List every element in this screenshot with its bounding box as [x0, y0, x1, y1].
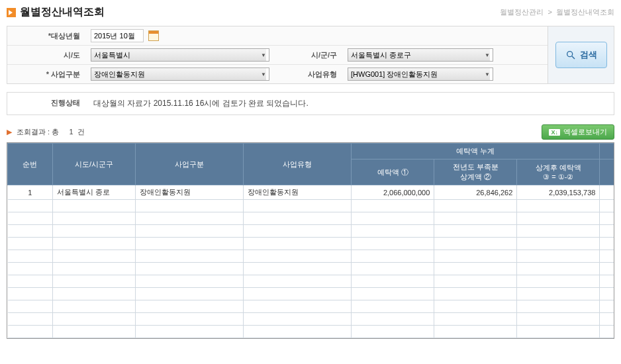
svg-line-1: [572, 56, 575, 59]
table-row-empty: [8, 275, 614, 288]
result-count: ▶ 조회결과 : 총 1 건: [7, 127, 85, 137]
col-pay1: 전월까지 지급액 누계④: [600, 159, 614, 185]
col-pay-group: 지 급 액: [600, 144, 614, 159]
table-row-empty: [8, 200, 614, 212]
cell-d3: 2,039,153,738: [517, 185, 600, 200]
table-row-empty: [8, 288, 614, 300]
sido-label: 시/도: [7, 46, 87, 64]
status-text: 대상월의 자료가 2015.11.16 16시에 검토가 완료 되었습니다.: [87, 93, 315, 114]
sido-select[interactable]: 서울특별시: [91, 48, 269, 62]
cell-bizdiv: 장애인활동지원: [136, 185, 244, 200]
col-biztype: 사업유형: [244, 144, 352, 185]
breadcrumb-item: 월별정산관리: [500, 8, 544, 16]
table-row-empty: [8, 250, 614, 263]
search-button-label: 검색: [580, 49, 597, 61]
svg-point-0: [567, 52, 572, 57]
cell-p1: 1,676,142,723: [600, 185, 614, 200]
col-deposit3: 상계후 예탁액 ③ = ①-②: [517, 159, 600, 185]
result-prefix: 조회결과 : 총: [17, 128, 59, 136]
biztype-label: 사업유형: [277, 66, 344, 83]
cell-d1: 2,066,000,000: [352, 185, 434, 200]
cell-seq: 1: [8, 185, 53, 200]
cell-region: 서울특별시 종로: [52, 185, 135, 200]
table-row-empty: [8, 300, 614, 313]
col-region: 시도/시군구: [52, 144, 135, 185]
excel-icon: X↓: [549, 129, 560, 136]
status-label: 진행상태: [7, 93, 87, 114]
target-month-label: *대상년월: [7, 27, 87, 45]
result-number: 1: [70, 128, 73, 136]
excel-export-button[interactable]: X↓ 엑셀로보내기: [542, 124, 614, 140]
calendar-icon[interactable]: [148, 30, 159, 41]
target-month-input[interactable]: [91, 29, 144, 42]
col-deposit2: 전년도 부족분 상계액 ②: [434, 159, 517, 185]
result-unit: 건: [77, 128, 85, 136]
col-deposit1: 예탁액 ①: [352, 159, 434, 185]
sigungu-label: 시/군/구: [277, 46, 344, 64]
col-deposit-group: 예탁액 누계: [352, 144, 600, 159]
cell-d2: 26,846,262: [434, 185, 517, 200]
table-row-empty: [8, 212, 614, 225]
table-row-empty: [8, 326, 614, 338]
grid-horizontal-scroll[interactable]: 순번 시도/시군구 사업구분 사업유형 예탁액 누계 지 급 액 예탁액 ① 전…: [7, 143, 614, 338]
table-row-empty: [8, 313, 614, 326]
status-panel: 진행상태 대상월의 자료가 2015.11.16 16시에 검토가 완료 되었습…: [7, 92, 614, 115]
search-button[interactable]: 검색: [555, 42, 607, 68]
excel-button-label: 엑셀로보내기: [563, 127, 607, 137]
sigungu-select[interactable]: 서울특별시 종로구: [348, 48, 493, 62]
table-row[interactable]: 1 서울특별시 종로 장애인활동지원 장애인활동지원 2,066,000,000…: [8, 185, 614, 200]
col-seq: 순번: [8, 144, 53, 185]
breadcrumb-item: 월별정산내역조회: [556, 8, 614, 16]
table-row-empty: [8, 238, 614, 250]
search-panel: *대상년월 시/도 서울특별시 시/군/구 서울특: [7, 26, 614, 84]
biztype-select[interactable]: [HWG001] 장애인활동지원: [348, 68, 493, 81]
col-bizdiv: 사업구분: [136, 144, 244, 185]
bizdiv-label: * 사업구분: [7, 66, 87, 83]
table-row-empty: [8, 225, 614, 238]
result-grid: 순번 시도/시군구 사업구분 사업유형 예탁액 누계 지 급 액 예탁액 ① 전…: [7, 142, 614, 339]
table-row-empty: [8, 263, 614, 275]
search-icon: [565, 50, 576, 60]
bizdiv-select[interactable]: 장애인활동지원: [91, 68, 269, 81]
breadcrumb: 월별정산관리 > 월별정산내역조회: [500, 7, 614, 17]
page-title: 월별정산내역조회: [20, 5, 105, 19]
page-title-icon: [7, 8, 16, 17]
cell-biztype: 장애인활동지원: [244, 185, 352, 200]
